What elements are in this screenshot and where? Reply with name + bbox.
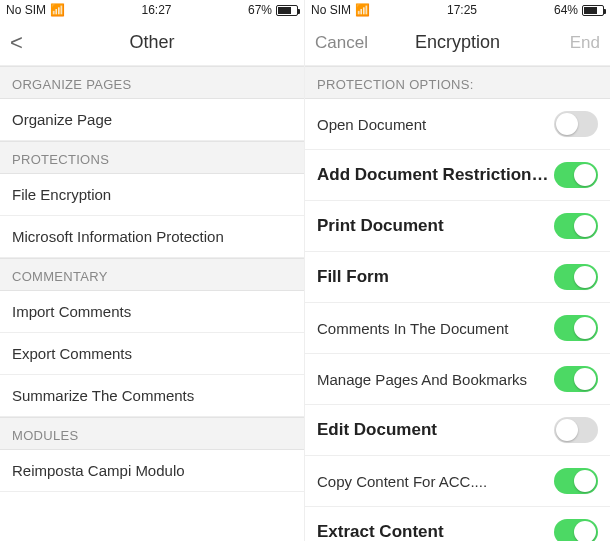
back-button[interactable]: < <box>10 30 70 56</box>
row-label: Summarize The Comments <box>12 387 292 404</box>
section-header: COMMENTARY <box>0 258 304 291</box>
summarize-comments[interactable]: Summarize The Comments <box>0 375 304 417</box>
edit-document-toggle[interactable] <box>554 417 598 443</box>
open-document-row: Open Document <box>305 99 610 150</box>
toggle-knob <box>574 470 596 492</box>
toggle-knob <box>574 368 596 390</box>
reset-module-fields[interactable]: Reimposta Campi Modulo <box>0 450 304 492</box>
battery-icon <box>582 5 604 16</box>
end-button[interactable]: End <box>540 33 600 53</box>
option-label: Print Document <box>317 216 554 236</box>
option-label: Copy Content For ACC.... <box>317 473 554 490</box>
import-comments[interactable]: Import Comments <box>0 291 304 333</box>
file-encryption[interactable]: File Encryption <box>0 174 304 216</box>
export-comments[interactable]: Export Comments <box>0 333 304 375</box>
option-label: Open Document <box>317 116 554 133</box>
battery-pct-left: 67% <box>248 3 272 17</box>
row-label: Reimposta Campi Modulo <box>12 462 292 479</box>
toggle-knob <box>574 521 596 541</box>
cancel-button[interactable]: Cancel <box>315 33 368 53</box>
row-label: Export Comments <box>12 345 292 362</box>
status-bar-right: No SIM 📶 17:25 64% <box>305 0 610 20</box>
print-document-row: Print Document <box>305 201 610 252</box>
section-header: ORGANIZE PAGES <box>0 66 304 99</box>
row-label: Organize Page <box>12 111 292 128</box>
toggle-knob <box>556 113 578 135</box>
toggle-knob <box>574 215 596 237</box>
extract-content-row: Extract Content <box>305 507 610 541</box>
protection-options-header: PROTECTION OPTIONS: <box>305 66 610 99</box>
option-label: Edit Document <box>317 420 554 440</box>
option-label: Manage Pages And Bookmarks <box>317 371 554 388</box>
comments-doc-toggle[interactable] <box>554 315 598 341</box>
section-header: MODULES <box>0 417 304 450</box>
add-restrictions-toggle[interactable] <box>554 162 598 188</box>
fill-form-row: Fill Form <box>305 252 610 303</box>
option-label: Comments In The Document <box>317 320 554 337</box>
clock-right: 17:25 <box>370 3 554 17</box>
clock-left: 16:27 <box>65 3 248 17</box>
carrier-label: No SIM <box>311 3 351 17</box>
carrier-label: No SIM <box>6 3 46 17</box>
row-label: File Encryption <box>12 186 292 203</box>
wifi-icon: 📶 <box>355 3 370 17</box>
add-restrictions-row: Add Document Restrictions.... <box>305 150 610 201</box>
organize-page[interactable]: Organize Page <box>0 99 304 141</box>
option-label: Fill Form <box>317 267 554 287</box>
fill-form-toggle[interactable] <box>554 264 598 290</box>
print-document-toggle[interactable] <box>554 213 598 239</box>
edit-document-row: Edit Document <box>305 405 610 456</box>
battery-icon <box>276 5 298 16</box>
wifi-icon: 📶 <box>50 3 65 17</box>
battery-pct-right: 64% <box>554 3 578 17</box>
option-label: Add Document Restrictions.... <box>317 165 554 185</box>
settings-list: ORGANIZE PAGESOrganize PagePROTECTIONSFi… <box>0 66 304 492</box>
comments-doc-row: Comments In The Document <box>305 303 610 354</box>
option-label: Extract Content <box>317 522 554 541</box>
manage-pages-toggle[interactable] <box>554 366 598 392</box>
navbar-right: Cancel Encryption End <box>305 20 610 66</box>
protection-options-list: Open DocumentAdd Document Restrictions..… <box>305 99 610 541</box>
ms-info-protection[interactable]: Microsoft Information Protection <box>0 216 304 258</box>
row-label: Import Comments <box>12 303 292 320</box>
toggle-knob <box>556 419 578 441</box>
manage-pages-row: Manage Pages And Bookmarks <box>305 354 610 405</box>
left-pane: No SIM 📶 16:27 67% < Other ORGANIZE PAGE… <box>0 0 305 541</box>
right-pane: No SIM 📶 17:25 64% Cancel Encryption End… <box>305 0 610 541</box>
section-header: PROTECTIONS <box>0 141 304 174</box>
toggle-knob <box>574 164 596 186</box>
row-label: Microsoft Information Protection <box>12 228 292 245</box>
toggle-knob <box>574 266 596 288</box>
navbar-left: < Other <box>0 20 304 66</box>
copy-content-acc-toggle[interactable] <box>554 468 598 494</box>
toggle-knob <box>574 317 596 339</box>
open-document-toggle[interactable] <box>554 111 598 137</box>
status-bar-left: No SIM 📶 16:27 67% <box>0 0 304 20</box>
extract-content-toggle[interactable] <box>554 519 598 541</box>
copy-content-acc-row: Copy Content For ACC.... <box>305 456 610 507</box>
